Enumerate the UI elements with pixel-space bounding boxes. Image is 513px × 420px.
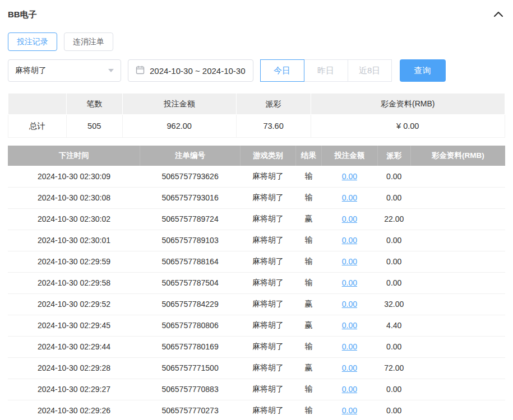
table-row: 2024-10-30 02:30:02 5065757789724 麻将胡了 赢… bbox=[8, 208, 505, 230]
quick-date-buttons: 今日 昨日 近8日 bbox=[260, 59, 392, 82]
cell-order-no: 5065757789103 bbox=[140, 230, 240, 251]
date-range-picker[interactable]: 2024-10-30 ~ 2024-10-30 bbox=[128, 59, 253, 82]
cell-game-type: 麻将胡了 bbox=[240, 166, 295, 187]
bet-amount-link[interactable]: 0.00 bbox=[342, 385, 357, 394]
cell-bonus bbox=[410, 336, 505, 357]
cell-result: 输 bbox=[296, 166, 322, 187]
bet-amount-link[interactable]: 0.00 bbox=[342, 172, 357, 181]
cell-order-no: 5065757770273 bbox=[140, 400, 240, 420]
filter-row: 麻将胡了 2024-10-30 ~ 2024-10-30 今日 昨日 近8日 查… bbox=[8, 59, 505, 82]
bet-amount-link[interactable]: 0.00 bbox=[342, 342, 357, 351]
header-payout: 派彩 bbox=[377, 146, 410, 166]
summary-total-row: 总计 505 962.00 73.60 ¥ 0.00 bbox=[8, 115, 505, 138]
summary-total-bet: 962.00 bbox=[122, 115, 236, 138]
bet-amount-link[interactable]: 0.00 bbox=[342, 321, 357, 330]
table-row: 2024-10-30 02:29:27 5065757770883 麻将胡了 输… bbox=[8, 379, 505, 400]
cell-result: 赢 bbox=[296, 208, 322, 230]
cell-bet-time: 2024-10-30 02:29:28 bbox=[8, 357, 140, 379]
bet-amount-link[interactable]: 0.00 bbox=[342, 300, 357, 309]
table-row: 2024-10-30 02:29:58 5065757787504 麻将胡了 输… bbox=[8, 272, 505, 293]
cell-payout: 4.40 bbox=[377, 315, 410, 336]
cell-order-no: 5065757789724 bbox=[140, 208, 240, 230]
cell-bet-time: 2024-10-30 02:30:01 bbox=[8, 230, 140, 251]
table-row: 2024-10-30 02:29:52 5065757784229 麻将胡了 赢… bbox=[8, 293, 505, 315]
cell-payout: 72.00 bbox=[377, 357, 410, 379]
bet-amount-link[interactable]: 0.00 bbox=[342, 406, 357, 415]
table-body: 2024-10-30 02:30:09 5065757793626 麻将胡了 输… bbox=[8, 166, 505, 420]
cell-bonus bbox=[410, 379, 505, 400]
cell-bet-time: 2024-10-30 02:29:44 bbox=[8, 336, 140, 357]
cell-bet-time: 2024-10-30 02:29:52 bbox=[8, 293, 140, 315]
cell-bet-time: 2024-10-30 02:29:27 bbox=[8, 379, 140, 400]
bet-amount-link[interactable]: 0.00 bbox=[342, 236, 357, 245]
summary-total-count: 505 bbox=[66, 115, 122, 138]
bet-amount-link[interactable]: 0.00 bbox=[342, 214, 357, 223]
table-row: 2024-10-30 02:29:45 5065757780806 麻将胡了 赢… bbox=[8, 315, 505, 336]
summary-table: 笔数 投注金额 派彩 彩金资料(RMB) 总计 505 962.00 73.60… bbox=[8, 93, 505, 138]
cell-bonus bbox=[410, 187, 505, 208]
cell-order-no: 5065757784229 bbox=[140, 293, 240, 315]
header-order-no: 注单编号 bbox=[140, 146, 240, 166]
cell-result: 输 bbox=[296, 187, 322, 208]
cell-payout: 0.00 bbox=[377, 166, 410, 187]
summary-header-bet: 投注金额 bbox=[122, 94, 236, 115]
record-tabs: 投注记录 连消注单 bbox=[8, 32, 505, 51]
collapse-panel-button[interactable] bbox=[492, 8, 505, 21]
cell-bonus bbox=[410, 400, 505, 420]
cell-payout: 22.00 bbox=[377, 208, 410, 230]
cell-game-type: 麻将胡了 bbox=[240, 336, 295, 357]
cell-payout: 0.00 bbox=[377, 251, 410, 272]
bet-amount-link[interactable]: 0.00 bbox=[342, 363, 357, 372]
cell-game-type: 麻将胡了 bbox=[240, 315, 295, 336]
search-button[interactable]: 查询 bbox=[400, 59, 446, 82]
table-row: 2024-10-30 02:29:28 5065757771500 麻将胡了 赢… bbox=[8, 357, 505, 379]
cell-bonus bbox=[410, 293, 505, 315]
cell-game-type: 麻将胡了 bbox=[240, 187, 295, 208]
game-select-value: 麻将胡了 bbox=[15, 66, 47, 76]
cell-result: 输 bbox=[296, 251, 322, 272]
cell-bet-time: 2024-10-30 02:29:58 bbox=[8, 272, 140, 293]
bet-amount-link[interactable]: 0.00 bbox=[342, 193, 357, 202]
bet-amount-link[interactable]: 0.00 bbox=[342, 257, 357, 266]
calendar-icon bbox=[136, 66, 145, 76]
cell-bonus bbox=[410, 230, 505, 251]
panel-header: BB电子 bbox=[8, 7, 505, 22]
cell-payout: 0.00 bbox=[377, 272, 410, 293]
quick-btn-today[interactable]: 今日 bbox=[260, 59, 304, 82]
chevron-down-icon bbox=[108, 69, 114, 72]
cell-game-type: 麻将胡了 bbox=[240, 230, 295, 251]
page-title: BB电子 bbox=[8, 10, 37, 20]
game-select[interactable]: 麻将胡了 bbox=[8, 59, 121, 82]
cell-payout: 0.00 bbox=[377, 336, 410, 357]
cell-order-no: 5065757793626 bbox=[140, 166, 240, 187]
cell-bet-time: 2024-10-30 02:30:09 bbox=[8, 166, 140, 187]
tab-linked-orders[interactable]: 连消注单 bbox=[64, 32, 113, 51]
cell-bet-time: 2024-10-30 02:29:45 bbox=[8, 315, 140, 336]
betting-records-panel: BB电子 投注记录 连消注单 麻将胡了 2024-10-30 ~ 2024-10… bbox=[0, 0, 513, 420]
quick-btn-last8days[interactable]: 近8日 bbox=[348, 59, 392, 82]
table-row: 2024-10-30 02:29:26 5065757770273 麻将胡了 输… bbox=[8, 400, 505, 420]
bet-amount-link[interactable]: 0.00 bbox=[342, 278, 357, 287]
cell-result: 输 bbox=[296, 336, 322, 357]
cell-order-no: 5065757770883 bbox=[140, 379, 240, 400]
tab-bet-records[interactable]: 投注记录 bbox=[8, 32, 57, 51]
cell-result: 输 bbox=[296, 400, 322, 420]
cell-game-type: 麻将胡了 bbox=[240, 357, 295, 379]
cell-payout: 0.00 bbox=[377, 379, 410, 400]
cell-result: 赢 bbox=[296, 293, 322, 315]
cell-bonus bbox=[410, 315, 505, 336]
date-range-value: 2024-10-30 ~ 2024-10-30 bbox=[150, 66, 246, 76]
bet-records-table: 下注时间 注单编号 游戏类别 结果 投注金额 派彩 彩金资料(RMB) 2024… bbox=[8, 146, 505, 420]
table-row: 2024-10-30 02:30:01 5065757789103 麻将胡了 输… bbox=[8, 230, 505, 251]
cell-bonus bbox=[410, 272, 505, 293]
cell-result: 赢 bbox=[296, 357, 322, 379]
cell-game-type: 麻将胡了 bbox=[240, 208, 295, 230]
summary-header-empty bbox=[8, 94, 67, 115]
cell-result: 赢 bbox=[296, 315, 322, 336]
cell-bonus bbox=[410, 251, 505, 272]
cell-order-no: 5065757780806 bbox=[140, 315, 240, 336]
quick-btn-yesterday[interactable]: 昨日 bbox=[304, 59, 348, 82]
summary-header-bonus: 彩金资料(RMB) bbox=[311, 94, 505, 115]
cell-payout: 0.00 bbox=[377, 230, 410, 251]
cell-order-no: 5065757793016 bbox=[140, 187, 240, 208]
